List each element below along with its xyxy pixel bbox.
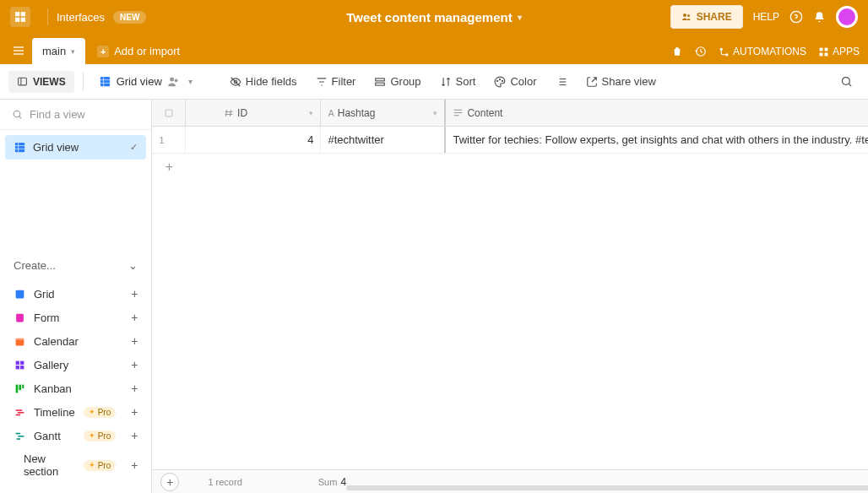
user-avatar[interactable]: [836, 6, 858, 28]
create-form[interactable]: Form +: [14, 306, 138, 329]
sort-button[interactable]: Sort: [433, 70, 483, 93]
eye-off-icon: [230, 76, 241, 88]
interfaces-link[interactable]: Interfaces: [57, 11, 105, 24]
text-icon: A: [328, 108, 334, 118]
search-icon: [840, 75, 853, 88]
plus-icon: +: [131, 405, 138, 419]
pro-badge: ✦Pro: [84, 460, 117, 471]
svg-point-2: [790, 11, 801, 22]
create-label: Create...: [14, 259, 56, 272]
svg-rect-53: [17, 411, 24, 413]
automations-button[interactable]: AUTOMATIONS: [719, 46, 806, 57]
calendar-icon: [14, 336, 25, 347]
add-import-label: Add or import: [114, 45, 180, 57]
hide-fields-button[interactable]: Hide fields: [223, 70, 304, 93]
cell-hashtag[interactable]: #techtwitter: [321, 127, 446, 153]
column-header-content[interactable]: Content: [446, 100, 868, 126]
share-icon: [586, 76, 598, 88]
sort-label: Sort: [456, 75, 476, 88]
row-height-button[interactable]: [549, 71, 574, 93]
hide-fields-label: Hide fields: [246, 75, 297, 88]
svg-rect-56: [18, 435, 24, 436]
color-label: Color: [510, 75, 536, 88]
base-title[interactable]: Tweet content management ▾: [346, 10, 521, 24]
apps-button[interactable]: APPS: [818, 46, 860, 57]
cell-content[interactable]: Twitter for techies: Follow experts, get…: [446, 127, 868, 153]
sum-value: 4: [340, 476, 346, 488]
svg-rect-37: [15, 143, 24, 152]
plus-icon: +: [131, 358, 138, 371]
hamburger-icon[interactable]: [12, 44, 25, 57]
add-row-circle-button[interactable]: +: [160, 473, 179, 491]
create-gallery[interactable]: Gallery +: [14, 353, 138, 377]
plus-icon: +: [131, 429, 138, 442]
help-icon[interactable]: [789, 10, 803, 24]
create-timeline[interactable]: Timeline ✦Pro +: [14, 400, 138, 424]
create-gantt[interactable]: Gantt ✦Pro +: [14, 424, 138, 447]
select-all-checkbox[interactable]: [152, 100, 186, 126]
people-icon: [167, 75, 180, 88]
svg-rect-54: [15, 414, 19, 415]
create-item-label: Gantt: [34, 430, 61, 442]
create-item-label: New section: [24, 452, 75, 478]
share-view-button[interactable]: Share view: [579, 70, 663, 93]
svg-point-26: [502, 80, 503, 81]
cell-id[interactable]: 4: [186, 127, 321, 153]
sidebar-view-grid[interactable]: Grid view ✓: [5, 135, 146, 160]
sum-label: Sum: [318, 477, 338, 487]
sort-icon: [440, 76, 452, 88]
help-link[interactable]: HELP: [753, 11, 779, 23]
filter-icon: [316, 76, 328, 88]
column-header-id[interactable]: ID ▾: [186, 100, 321, 126]
longtext-icon: [453, 107, 464, 118]
create-grid[interactable]: Grid +: [14, 282, 138, 306]
trash-icon[interactable]: [671, 46, 683, 57]
column-header-hashtag[interactable]: A Hashtag ▾: [321, 100, 446, 126]
create-section[interactable]: New section ✦Pro +: [14, 447, 138, 483]
group-button[interactable]: Group: [367, 70, 427, 93]
create-header[interactable]: Create... ⌄: [14, 259, 138, 272]
share-button[interactable]: SHARE: [670, 5, 743, 29]
add-import-button[interactable]: + Add or import: [97, 45, 180, 57]
svg-rect-14: [100, 77, 110, 86]
filter-button[interactable]: Filter: [309, 70, 363, 93]
svg-point-1: [687, 14, 690, 17]
svg-point-6: [720, 47, 723, 50]
check-icon: ✓: [130, 142, 138, 153]
gallery-icon: [14, 360, 25, 371]
svg-rect-50: [19, 384, 21, 390]
create-kanban[interactable]: Kanban +: [14, 377, 138, 400]
svg-rect-11: [825, 52, 828, 56]
add-row[interactable]: +: [152, 154, 868, 181]
find-view-input[interactable]: Find a view: [0, 100, 151, 130]
horizontal-scrollbar[interactable]: [346, 485, 868, 490]
plus-icon: +: [152, 160, 186, 175]
chevron-down-icon: ▾: [433, 109, 437, 117]
chevron-down-icon: ⌄: [128, 259, 138, 272]
svg-rect-46: [20, 360, 24, 364]
table-row[interactable]: 1 4 #techtwitter Twitter for techies: Fo…: [152, 127, 868, 154]
grid-view-dropdown[interactable]: Grid view ▾: [92, 70, 199, 93]
apps-icon: [818, 46, 829, 57]
plus-icon: +: [131, 382, 138, 395]
views-label: VIEWS: [33, 76, 66, 88]
table-tab-main[interactable]: main ▾: [32, 38, 85, 64]
create-calendar[interactable]: Calendar +: [14, 329, 138, 353]
color-button[interactable]: Color: [487, 70, 543, 93]
row-number: 1: [152, 127, 186, 153]
history-icon[interactable]: [695, 46, 707, 57]
tab-label: main: [42, 45, 66, 57]
create-item-label: Form: [34, 312, 59, 324]
bell-icon[interactable]: [813, 11, 826, 24]
form-icon: [14, 312, 25, 323]
apps-label: APPS: [833, 46, 860, 57]
base-logo-icon[interactable]: [10, 7, 30, 27]
automations-icon: [719, 46, 730, 57]
views-button[interactable]: VIEWS: [8, 71, 74, 93]
divider: [47, 8, 48, 25]
search-button[interactable]: [833, 70, 860, 93]
kanban-icon: [14, 383, 25, 394]
create-item-label: Gallery: [34, 359, 68, 371]
svg-point-18: [170, 78, 174, 82]
column-label: Hashtag: [338, 107, 376, 119]
